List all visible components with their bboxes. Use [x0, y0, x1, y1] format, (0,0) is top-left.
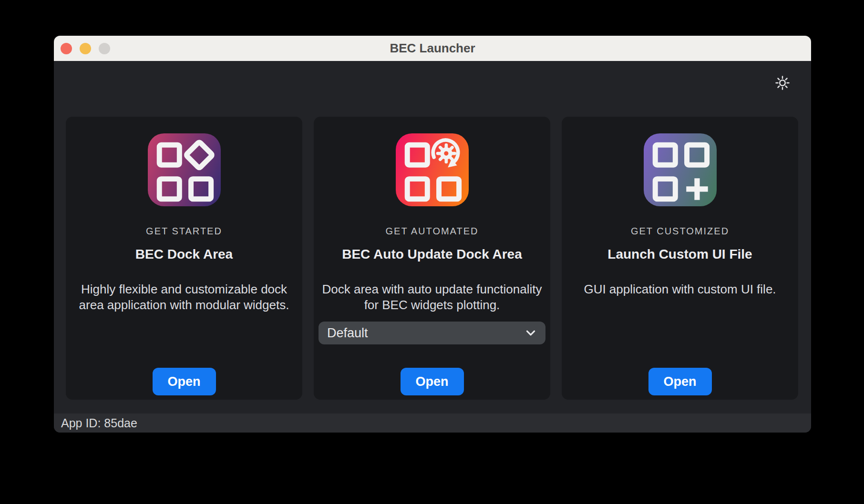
close-button[interactable]: [61, 43, 72, 54]
card-title: BEC Auto Update Dock Area: [342, 246, 522, 262]
card-description: GUI application with custom UI file.: [562, 282, 798, 297]
open-button[interactable]: Open: [401, 368, 464, 395]
config-select-value: Default: [327, 326, 368, 341]
status-bar: App ID: 85dae: [54, 413, 811, 433]
window-title: BEC Launcher: [54, 41, 811, 56]
desktop-background: BEC Launcher: [0, 0, 864, 504]
open-button[interactable]: Open: [153, 368, 216, 395]
zoom-button[interactable]: [99, 43, 110, 54]
chevron-down-icon: [525, 327, 537, 339]
widget-grid-plus-icon: [644, 133, 717, 206]
card-bec-dock-area: GET STARTED BEC Dock Area Highly flexibl…: [66, 117, 302, 400]
card-launch-custom-ui-file: GET CUSTOMIZED Launch Custom UI File GUI…: [562, 117, 798, 400]
sun-icon: [774, 74, 791, 91]
bec-launcher-window: BEC Launcher: [54, 36, 811, 433]
card-description: Dock area with auto update functionality…: [314, 282, 550, 313]
minimize-button[interactable]: [80, 43, 91, 54]
widget-grid-diamond-icon: [148, 133, 221, 206]
card-kicker: GET STARTED: [146, 225, 222, 237]
app-id-label: App ID: 85dae: [61, 416, 137, 430]
main-content: GET STARTED BEC Dock Area Highly flexibl…: [54, 61, 811, 413]
widget-grid-autoupdate-icon: [396, 133, 469, 206]
traffic-lights: [61, 36, 110, 61]
theme-toggle-button[interactable]: [773, 73, 792, 92]
titlebar[interactable]: BEC Launcher: [54, 36, 811, 61]
card-title: Launch Custom UI File: [607, 246, 752, 262]
card-title: BEC Dock Area: [135, 246, 233, 262]
card-kicker: GET CUSTOMIZED: [631, 225, 729, 237]
config-select[interactable]: Default: [319, 322, 545, 344]
card-kicker: GET AUTOMATED: [386, 225, 479, 237]
card-description: Highly flexible and customizable dock ar…: [66, 282, 302, 313]
card-bec-auto-update-dock-area: GET AUTOMATED BEC Auto Update Dock Area …: [314, 117, 550, 400]
open-button[interactable]: Open: [648, 368, 712, 395]
launcher-cards: GET STARTED BEC Dock Area Highly flexibl…: [66, 117, 798, 400]
